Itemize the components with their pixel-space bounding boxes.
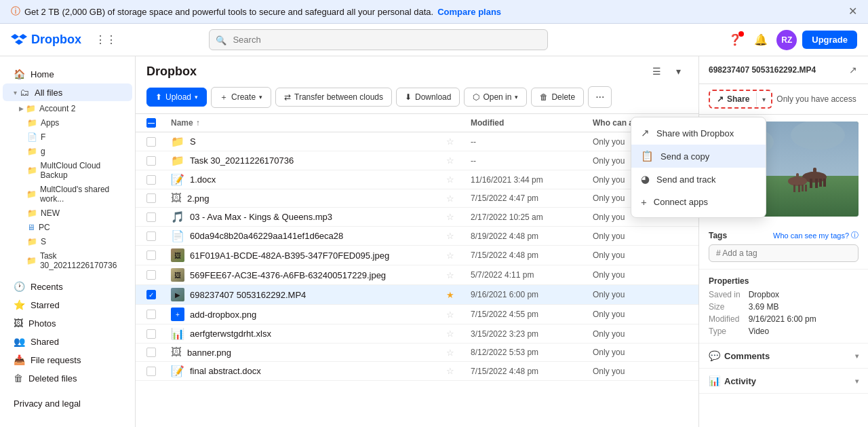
star-button[interactable]: ☆ bbox=[446, 155, 454, 166]
logo[interactable]: Dropbox bbox=[11, 30, 81, 50]
right-panel-close-button[interactable]: ↗ bbox=[848, 63, 859, 77]
tree-item[interactable]: 📁NEW bbox=[3, 206, 132, 220]
table-row[interactable]: + add-dropbox.png ☆ 7/15/2022 4:55 pm On… bbox=[136, 305, 698, 324]
view-chevron-btn[interactable]: ▾ bbox=[669, 62, 688, 81]
sidebar-item-shared[interactable]: 👥 Shared bbox=[3, 333, 132, 350]
row-checkbox[interactable] bbox=[146, 175, 156, 185]
more-options-button[interactable]: ··· bbox=[588, 86, 612, 108]
svg-rect-7 bbox=[810, 179, 812, 188]
star-button[interactable]: ☆ bbox=[446, 193, 454, 204]
comments-section[interactable]: 💬 Comments ▾ bbox=[699, 344, 868, 369]
access-info: Only you bbox=[593, 250, 688, 260]
tree-arrow-icon: ▶ bbox=[19, 105, 24, 112]
sidebar-item-file-requests[interactable]: 📥 File requests bbox=[3, 351, 132, 369]
starred-icon: ⭐ bbox=[14, 299, 25, 310]
compare-plans-link[interactable]: Compare plans bbox=[437, 7, 501, 17]
select-all-checkbox[interactable]: — bbox=[146, 118, 156, 128]
dropdown-item-connect-apps[interactable]: +Connect apps bbox=[631, 191, 766, 213]
open-in-button[interactable]: ⬡ Open in ▾ bbox=[464, 88, 527, 107]
row-checkbox[interactable] bbox=[146, 137, 156, 147]
sidebar-item-home[interactable]: 🏠 Home bbox=[3, 65, 132, 83]
sidebar-item-deleted[interactable]: 🗑 Deleted files bbox=[3, 369, 132, 387]
star-button[interactable]: ☆ bbox=[446, 231, 454, 241]
tree-item[interactable]: 📄F bbox=[3, 130, 132, 144]
logo-icon bbox=[11, 30, 27, 50]
sidebar-item-privacy[interactable]: Privacy and legal bbox=[3, 395, 132, 412]
sidebar-item-photos[interactable]: 🖼 Photos bbox=[3, 314, 132, 332]
table-row[interactable]: 🖼 banner.png ☆ 8/12/2022 5:53 pm Only yo… bbox=[136, 344, 698, 362]
download-button[interactable]: ⬇ Download bbox=[396, 88, 460, 107]
table-row[interactable]: 🎵 03 - Ava Max - Kings & Queens.mp3 ☆ 2/… bbox=[136, 208, 698, 227]
tree-item[interactable]: 📁MultCloud Cloud Backup bbox=[3, 159, 132, 182]
modified-date: -- bbox=[471, 137, 593, 147]
table-row[interactable]: 📄 60da94c8b20a46229aa141ef1d6eca28 ☆ 8/1… bbox=[136, 227, 698, 246]
table-row[interactable]: 📁 S ☆ -- Only you bbox=[136, 132, 698, 151]
table-row[interactable]: 📝 final abstract.docx ☆ 7/15/2022 4:48 p… bbox=[136, 362, 698, 381]
upgrade-button[interactable]: Upgrade bbox=[802, 31, 857, 49]
row-checkbox[interactable]: ✓ bbox=[146, 290, 156, 299]
help-icon-btn[interactable]: ❓ bbox=[725, 30, 745, 50]
search-input[interactable] bbox=[209, 29, 548, 50]
star-button[interactable]: ☆ bbox=[446, 270, 454, 280]
tree-item[interactable]: 📁MultCloud's shared work... bbox=[3, 183, 132, 206]
transfer-label: Transfer between clouds bbox=[294, 92, 383, 102]
tree-item[interactable]: 📁Apps bbox=[3, 116, 132, 130]
grid-icon[interactable]: ⋮⋮ bbox=[95, 33, 117, 46]
table-row[interactable]: ✓ ▶ 698237407 5053162292.MP4 ★ 9/16/2021… bbox=[136, 285, 698, 305]
row-checkbox[interactable] bbox=[146, 212, 156, 222]
sidebar-item-allfiles[interactable]: ▾ 🗂 All files bbox=[3, 83, 132, 101]
dropdown-item-send-a-copy[interactable]: 📋Send a copy bbox=[631, 145, 766, 168]
star-button[interactable]: ☆ bbox=[446, 174, 454, 185]
row-checkbox[interactable] bbox=[146, 193, 156, 203]
tree-item[interactable]: 🖥PC bbox=[3, 221, 132, 234]
table-row[interactable]: 📊 aerfgterwstgdrht.xlsx ☆ 3/15/2022 3:23… bbox=[136, 324, 698, 344]
transfer-button[interactable]: ⇄ Transfer between clouds bbox=[275, 88, 392, 107]
row-checkbox[interactable] bbox=[146, 348, 156, 357]
tree-item[interactable]: ▶📁Account 2 bbox=[3, 102, 132, 115]
row-checkbox[interactable] bbox=[146, 231, 156, 241]
sidebar-item-starred[interactable]: ⭐ Starred bbox=[3, 296, 132, 314]
star-button[interactable]: ☆ bbox=[446, 136, 454, 147]
modified-date: 8/12/2022 5:53 pm bbox=[471, 348, 593, 357]
share-dropdown-button[interactable]: ▾ bbox=[756, 92, 771, 107]
table-row[interactable]: 🖼 61F019A1-BCDE-482A-B395-347F70FED095.j… bbox=[136, 246, 698, 265]
list-view-btn[interactable]: ☰ bbox=[647, 62, 666, 81]
user-avatar[interactable]: RZ bbox=[776, 30, 797, 50]
row-checkbox[interactable] bbox=[146, 270, 156, 280]
table-row[interactable]: 🖼 2.png ☆ 7/15/2022 4:47 pm Only you bbox=[136, 189, 698, 208]
star-button[interactable]: ★ bbox=[446, 290, 454, 300]
star-button[interactable]: ☆ bbox=[446, 366, 454, 376]
row-checkbox[interactable] bbox=[146, 367, 156, 376]
properties-grid: Saved in Dropbox Size 3.69 MB Modified 9… bbox=[709, 290, 859, 336]
share-label: Share bbox=[727, 94, 749, 104]
star-button[interactable]: ☆ bbox=[446, 310, 454, 320]
create-button[interactable]: ＋ Create ▾ bbox=[211, 87, 271, 108]
delete-button[interactable]: 🗑 Delete bbox=[531, 88, 584, 107]
star-button[interactable]: ☆ bbox=[446, 250, 454, 261]
tag-input[interactable] bbox=[709, 244, 859, 262]
tree-item[interactable]: 📁g bbox=[3, 145, 132, 158]
share-main-button[interactable]: ↗ Share bbox=[710, 91, 756, 107]
logo-text: Dropbox bbox=[31, 33, 81, 47]
activity-section[interactable]: 📊 Activity ▾ bbox=[699, 369, 868, 394]
row-checkbox[interactable] bbox=[146, 329, 156, 339]
upload-button[interactable]: ⬆ Upload ▾ bbox=[146, 88, 207, 107]
table-row[interactable]: 📁 Task 30_20211226170736 ☆ -- Only you bbox=[136, 151, 698, 170]
row-checkbox[interactable] bbox=[146, 156, 156, 166]
dropdown-item-share-with-dropbox[interactable]: ↗Share with Dropbox bbox=[631, 122, 766, 145]
table-row[interactable]: 📝 1.docx ☆ 11/16/2021 3:44 pm Only you bbox=[136, 170, 698, 189]
row-checkbox[interactable] bbox=[146, 310, 156, 319]
tags-info-link[interactable]: Who can see my tags? ⓘ bbox=[773, 230, 859, 240]
notif-close-button[interactable]: ✕ bbox=[848, 6, 857, 17]
tree-item[interactable]: 📁S bbox=[3, 235, 132, 248]
star-button[interactable]: ☆ bbox=[446, 348, 454, 358]
star-button[interactable]: ☆ bbox=[446, 212, 454, 222]
name-column-header[interactable]: Name ↑ bbox=[171, 118, 446, 128]
dropdown-item-send-and-track[interactable]: ◕Send and track bbox=[631, 168, 766, 191]
row-checkbox[interactable] bbox=[146, 250, 156, 260]
sidebar-item-recents[interactable]: 🕐 Recents bbox=[3, 278, 132, 295]
table-row[interactable]: 🖼 569FEE67-AC3E-4376-A6FB-632400517229.j… bbox=[136, 265, 698, 285]
tree-item[interactable]: 📁Task 30_20211226170736 bbox=[3, 249, 132, 272]
star-button[interactable]: ☆ bbox=[446, 329, 454, 339]
notifications-icon-btn[interactable]: 🔔 bbox=[751, 30, 771, 50]
